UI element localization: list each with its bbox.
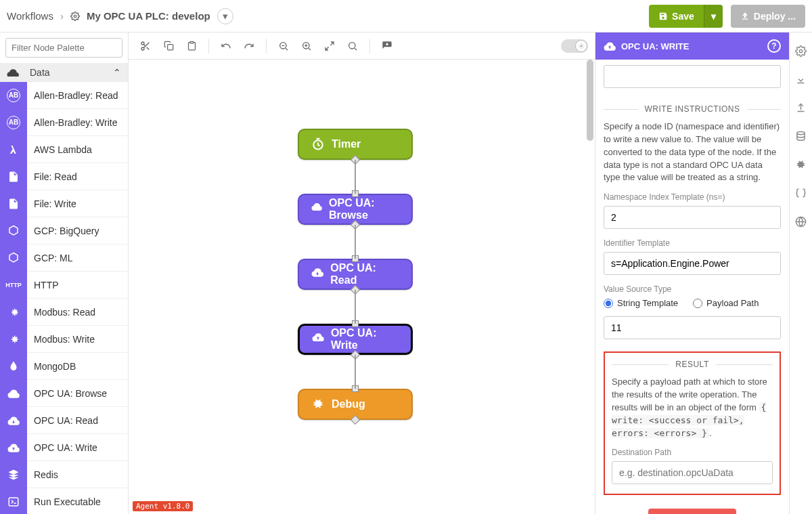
cut-button[interactable] [135, 37, 156, 56]
edge [355, 290, 356, 324]
result-help-text: Specify a payload path at which to store… [612, 376, 773, 440]
palette-item-label: File: Read [27, 171, 77, 182]
palette-item[interactable]: AWS Lambda [0, 136, 128, 163]
debug-tab[interactable] [791, 152, 811, 177]
svg-point-5 [141, 47, 144, 50]
save-button[interactable]: Save [649, 5, 704, 28]
right-tool-strip [789, 33, 812, 514]
edge [355, 160, 356, 194]
node-label: Debug [332, 398, 365, 410]
palette-item[interactable]: ABAllen-Bradley: Write [0, 109, 128, 136]
palette-item-label: GCP: BigQuery [27, 226, 99, 236]
terminal-icon [0, 488, 27, 515]
delete-node-button[interactable]: Delete Node [648, 509, 737, 514]
palette-item[interactable]: Modbus: Write [0, 326, 128, 353]
palette-filter-input[interactable] [5, 38, 122, 58]
cloud-up-icon [0, 434, 27, 461]
storage-tab[interactable] [791, 123, 811, 149]
settings-tab[interactable] [791, 38, 811, 64]
ns-label: Namespace Index Template (ns=) [604, 192, 781, 202]
copy-button[interactable] [158, 37, 179, 56]
svg-rect-7 [190, 41, 194, 43]
palette-item-label: File: Write [27, 198, 76, 209]
namespace-input[interactable] [604, 206, 781, 229]
identifier-input[interactable] [604, 252, 781, 275]
breadcrumb: Workflows › My OPC UA PLC: develop ▾ [7, 8, 233, 24]
palette-item-label: GCP: ML [27, 253, 73, 263]
id-label: Identifier Template [604, 238, 781, 248]
node-config-panel: OPC UA: WRITE ? WRITE INSTRUCTIONS Speci… [595, 33, 789, 514]
section-result-title: RESULT [675, 360, 708, 369]
brackets-tab[interactable] [791, 180, 811, 206]
svg-point-11 [581, 45, 583, 47]
fit-button[interactable] [319, 37, 340, 56]
palette-item[interactable]: Modbus: Read [0, 299, 128, 326]
radio-string-template[interactable]: String Template [604, 298, 678, 308]
deploy-button[interactable]: Deploy ... [731, 5, 805, 28]
node-icon [311, 202, 322, 216]
paste-button[interactable] [181, 37, 202, 56]
upload-tab[interactable] [791, 95, 811, 121]
save-button-group: Save ▾ [649, 5, 723, 28]
undo-button[interactable] [216, 37, 236, 56]
topbar: Workflows › My OPC UA PLC: develop ▾ Sav… [0, 0, 812, 33]
gears-icon [0, 299, 27, 326]
palette-item[interactable]: File: Write [0, 190, 128, 217]
stack-icon [0, 461, 27, 488]
globe-tab[interactable] [791, 209, 811, 234]
palette-item[interactable]: ABAllen-Bradley: Read [0, 82, 128, 109]
palette-item[interactable]: File: Read [0, 163, 128, 190]
svg-point-14 [797, 131, 805, 134]
palette-item[interactable]: OPC UA: Browse [0, 380, 128, 407]
radio-payload-path[interactable]: Payload Path [693, 298, 759, 308]
node-icon [311, 137, 325, 151]
dest-label: Destination Path [612, 448, 773, 457]
palette-item[interactable]: MongoDB [0, 353, 128, 380]
zoom-out-button[interactable] [273, 37, 294, 56]
workflow-canvas[interactable]: TimerOPC UA: BrowseOPC UA: ReadOPC UA: W… [129, 60, 595, 514]
palette-item[interactable]: Redis [0, 461, 128, 488]
http-icon: HTTP [0, 272, 27, 299]
view-toggle[interactable] [561, 39, 588, 53]
gears-icon [0, 326, 27, 353]
palette-item[interactable]: GCP: BigQuery [0, 217, 128, 244]
palette-item[interactable]: OPC UA: Read [0, 407, 128, 434]
palette-item[interactable]: Run Executable [0, 488, 128, 514]
palette-section-header[interactable]: Data ⌃ [0, 63, 128, 82]
palette-item[interactable]: OPC UA: Write [0, 434, 128, 461]
svg-rect-6 [167, 45, 173, 50]
palette-item[interactable]: HTTPHTTP [0, 272, 128, 299]
download-tab[interactable] [791, 66, 811, 92]
cloud-icon [7, 68, 19, 77]
redo-button[interactable] [239, 37, 259, 56]
palette-item-label: OPC UA: Browse [27, 388, 107, 399]
palette-item-label: Modbus: Read [27, 307, 95, 318]
section-write-title: WRITE INSTRUCTIONS [645, 104, 740, 114]
node-icon [311, 267, 323, 281]
add-comment-button[interactable] [377, 37, 397, 56]
palette-item-label: HTTP [27, 280, 59, 291]
search-button[interactable] [342, 37, 363, 56]
ab-icon: AB [0, 109, 27, 136]
svg-point-4 [141, 42, 144, 45]
svg-point-10 [349, 42, 355, 48]
palette-item-label: AWS Lambda [27, 144, 92, 155]
palette-item-label: Redis [27, 469, 58, 480]
zoom-in-button[interactable] [296, 37, 317, 56]
destination-path-input[interactable] [612, 461, 773, 484]
version-dropdown[interactable]: ▾ [217, 8, 233, 24]
hex-icon [0, 244, 27, 272]
value-input[interactable] [604, 316, 781, 339]
vst-label: Value Source Type [604, 284, 781, 294]
help-icon[interactable]: ? [767, 39, 781, 53]
node-label: OPC UA: Browse [329, 197, 399, 221]
palette-item-label: MongoDB [27, 361, 76, 372]
breadcrumb-root[interactable]: Workflows [7, 10, 53, 22]
previous-field[interactable] [604, 65, 781, 88]
palette-item[interactable]: GCP: ML [0, 244, 128, 272]
node-palette: Data ⌃ ABAllen-Bradley: ReadABAllen-Brad… [0, 33, 129, 514]
cloud-up-icon [604, 41, 616, 51]
save-dropdown[interactable]: ▾ [704, 5, 723, 28]
palette-item-label: OPC UA: Write [27, 442, 97, 453]
canvas-scrollbar[interactable] [587, 60, 593, 514]
